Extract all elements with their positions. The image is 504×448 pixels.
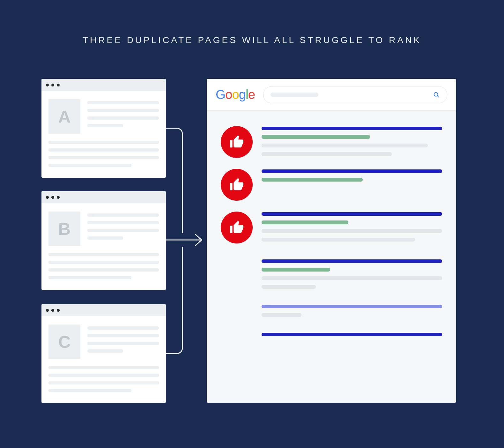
text-line <box>87 213 159 217</box>
thumbs-down-icon <box>221 126 253 158</box>
page-thumb-label: A <box>48 99 80 134</box>
search-placeholder <box>271 93 318 97</box>
result-url-bar <box>262 268 330 272</box>
text-line <box>87 221 159 224</box>
text-line <box>48 148 159 152</box>
text-line <box>87 109 159 112</box>
text-line <box>87 101 159 104</box>
search-bar[interactable] <box>263 86 447 103</box>
serp-result <box>221 332 442 336</box>
page-thumb-label: B <box>48 212 80 246</box>
window-dot <box>51 84 54 86</box>
result-snippet-bar <box>262 152 392 156</box>
text-line <box>48 164 131 167</box>
text-line <box>48 276 131 279</box>
browser-header <box>41 79 166 91</box>
diagram-title: THREE DUPLICATE PAGES WILL ALL STRUGGLE … <box>0 35 504 45</box>
window-dot <box>51 309 54 312</box>
text-line <box>48 381 159 385</box>
text-line <box>48 366 159 369</box>
text-line <box>48 156 159 159</box>
result-snippet-bar <box>262 285 316 289</box>
result-title-bar <box>262 259 442 263</box>
window-dot <box>57 309 60 312</box>
serp-result <box>221 304 442 317</box>
serp-result <box>221 169 442 201</box>
serp-panel: Google <box>207 79 456 403</box>
result-url-bar <box>262 220 348 224</box>
text-line <box>48 261 159 264</box>
text-line <box>48 141 159 144</box>
result-snippet-bar <box>262 313 301 317</box>
text-line <box>87 326 159 330</box>
text-line <box>48 389 131 392</box>
thumbs-down-icon <box>221 169 253 201</box>
page-card-a: A <box>41 79 166 178</box>
text-line <box>48 268 159 272</box>
browser-header <box>41 191 166 203</box>
result-title-bar <box>262 212 442 216</box>
text-line <box>87 124 123 127</box>
result-snippet-bar <box>262 144 428 147</box>
page-thumb-label: C <box>48 325 80 359</box>
text-line <box>87 342 159 345</box>
browser-header <box>41 304 166 316</box>
result-url-bar <box>262 135 370 139</box>
text-line <box>87 236 123 240</box>
text-line <box>48 253 159 256</box>
result-title-bar <box>262 127 442 130</box>
window-dot <box>57 196 60 199</box>
text-line <box>48 374 159 377</box>
thumbs-down-icon <box>221 212 253 243</box>
text-line <box>87 116 159 120</box>
window-dot <box>57 84 60 86</box>
text-line <box>87 334 159 337</box>
text-line <box>87 349 123 353</box>
result-url-bar <box>262 178 363 182</box>
result-snippet-bar <box>262 238 415 242</box>
result-title-bar <box>262 305 442 308</box>
window-dot <box>46 196 49 199</box>
result-title-bar <box>262 333 442 336</box>
serp-result <box>221 259 442 289</box>
serp-body <box>207 111 456 360</box>
browser-body: C <box>41 316 166 399</box>
result-snippet-bar <box>262 276 442 280</box>
result-title-bar <box>262 169 442 173</box>
text-line <box>87 229 159 232</box>
serp-result <box>221 212 442 243</box>
serp-result <box>221 126 442 158</box>
window-dot <box>46 84 49 86</box>
browser-body: B <box>41 203 166 286</box>
browser-body: A <box>41 91 166 174</box>
page-card-c: C <box>41 304 166 403</box>
result-snippet-bar <box>262 229 442 233</box>
window-dot <box>51 196 54 199</box>
page-card-b: B <box>41 191 166 290</box>
svg-line-1 <box>437 95 439 97</box>
google-logo: Google <box>216 87 255 102</box>
search-icon[interactable] <box>433 91 440 98</box>
connector-arrow <box>166 121 211 370</box>
serp-header: Google <box>207 79 456 111</box>
window-dot <box>46 309 49 312</box>
